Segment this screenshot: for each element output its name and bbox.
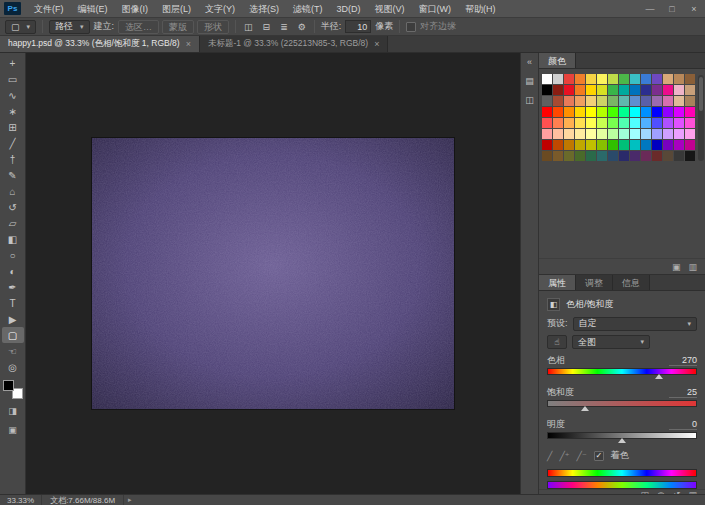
tab-color[interactable]: 颜色 — [539, 53, 576, 68]
make-button[interactable]: 形状 — [197, 20, 229, 34]
menu-item[interactable]: 滤镜(T) — [286, 0, 330, 17]
color-swatch[interactable] — [608, 118, 618, 128]
eyedropper-add-icon[interactable]: ╱⁺ — [559, 451, 569, 461]
color-swatch[interactable] — [564, 129, 574, 139]
color-swatch[interactable] — [685, 74, 695, 84]
rectangular-marquee-tool[interactable]: ▭ — [2, 71, 24, 87]
color-swatch[interactable] — [652, 151, 662, 161]
color-swatch[interactable] — [663, 151, 673, 161]
color-swatch[interactable] — [597, 140, 607, 150]
minimize-button[interactable]: — — [639, 0, 661, 18]
color-swatch[interactable] — [575, 129, 585, 139]
quick-selection-tool[interactable]: ∗ — [2, 103, 24, 119]
channel-dropdown[interactable]: 全图 ▾ — [572, 335, 650, 349]
color-swatch[interactable] — [663, 96, 673, 106]
saturation-value[interactable]: 25 — [669, 387, 697, 398]
color-swatch[interactable] — [630, 118, 640, 128]
close-button[interactable]: × — [683, 0, 705, 18]
foreground-color-chip[interactable] — [3, 380, 14, 391]
status-expand-icon[interactable]: ▸ — [124, 496, 136, 504]
restore-button[interactable]: □ — [661, 0, 683, 18]
color-swatch[interactable] — [619, 129, 629, 139]
color-swatch[interactable] — [542, 74, 552, 84]
zoom-tool[interactable]: ◎ — [2, 359, 24, 375]
color-swatch[interactable] — [586, 118, 596, 128]
tool-mode-dropdown[interactable]: 路径 ▾ — [49, 20, 90, 34]
color-swatch[interactable] — [630, 85, 640, 95]
color-swatch[interactable] — [685, 107, 695, 117]
color-swatch[interactable] — [619, 151, 629, 161]
color-swatch[interactable] — [542, 96, 552, 106]
color-swatch[interactable] — [542, 129, 552, 139]
menu-item[interactable]: 编辑(E) — [71, 0, 115, 17]
path-alignment-icon[interactable]: ⊟ — [261, 22, 273, 32]
color-swatch[interactable] — [564, 96, 574, 106]
menu-item[interactable]: 文件(F) — [27, 0, 71, 17]
color-swatch[interactable] — [564, 85, 574, 95]
targeted-adjustment-button[interactable]: ☝ — [547, 335, 567, 349]
canvas-pasteboard[interactable] — [26, 53, 520, 494]
color-swatch[interactable] — [575, 151, 585, 161]
color-swatch[interactable] — [674, 107, 684, 117]
color-swatch[interactable] — [630, 129, 640, 139]
history-brush-tool[interactable]: ↺ — [2, 199, 24, 215]
color-swatch[interactable] — [674, 85, 684, 95]
dodge-tool[interactable]: ◐ — [2, 263, 24, 279]
color-swatch[interactable] — [685, 140, 695, 150]
document-tab[interactable]: happy1.psd @ 33.3% (色相/饱和度 1, RGB/8) × — [0, 36, 200, 52]
lightness-slider-thumb[interactable] — [618, 438, 626, 443]
color-swatch[interactable] — [553, 85, 563, 95]
color-swatch[interactable] — [630, 96, 640, 106]
color-swatch[interactable] — [597, 107, 607, 117]
color-swatch[interactable] — [542, 107, 552, 117]
color-swatch[interactable] — [652, 129, 662, 139]
color-swatch[interactable] — [553, 74, 563, 84]
color-swatch[interactable] — [575, 140, 585, 150]
color-swatch[interactable] — [597, 74, 607, 84]
hue-slider-thumb[interactable] — [655, 374, 663, 379]
color-swatch[interactable] — [685, 129, 695, 139]
color-swatch[interactable] — [564, 140, 574, 150]
color-swatch[interactable] — [685, 151, 695, 161]
color-swatch[interactable] — [586, 96, 596, 106]
color-swatch[interactable] — [586, 140, 596, 150]
brush-tool[interactable]: ✎ — [2, 167, 24, 183]
color-swatch[interactable] — [685, 118, 695, 128]
make-button[interactable]: 选区… — [118, 20, 159, 34]
new-swatch-icon[interactable]: ▣ — [672, 262, 681, 272]
color-swatch[interactable] — [663, 140, 673, 150]
blur-tool[interactable]: ○ — [2, 247, 24, 263]
color-swatch[interactable] — [575, 96, 585, 106]
expand-dock-icon[interactable]: « — [527, 57, 532, 67]
tab-close-icon[interactable]: × — [374, 39, 379, 49]
color-swatch[interactable] — [652, 140, 662, 150]
scrollbar-thumb[interactable] — [699, 77, 703, 111]
crop-tool[interactable]: ⊞ — [2, 119, 24, 135]
zoom-level-field[interactable]: 33.33% — [0, 495, 42, 505]
preset-dropdown[interactable]: 自定 ▾ — [573, 317, 697, 331]
color-swatch[interactable] — [553, 96, 563, 106]
panel-tab[interactable]: 属性 — [539, 275, 576, 290]
align-edges-checkbox[interactable]: ✓ — [406, 22, 416, 32]
color-swatch[interactable] — [564, 151, 574, 161]
radius-input[interactable]: 10 — [345, 20, 371, 33]
color-swatch[interactable] — [674, 118, 684, 128]
move-tool[interactable]: + — [2, 55, 24, 71]
menu-item[interactable]: 3D(D) — [330, 0, 368, 17]
rounded-rectangle-shape-tool[interactable]: ▢ — [2, 327, 24, 343]
lasso-tool[interactable]: ∿ — [2, 87, 24, 103]
color-swatch[interactable] — [619, 85, 629, 95]
color-swatch[interactable] — [553, 129, 563, 139]
menu-item[interactable]: 选择(S) — [242, 0, 286, 17]
path-operations-icon[interactable]: ◫ — [242, 22, 255, 32]
color-swatch[interactable] — [553, 118, 563, 128]
color-swatch[interactable] — [685, 85, 695, 95]
panel-tab[interactable]: 调整 — [576, 275, 613, 290]
menu-item[interactable]: 帮助(H) — [458, 0, 503, 17]
lightness-value[interactable]: 0 — [669, 419, 697, 430]
color-swatch[interactable] — [575, 85, 585, 95]
collapsed-panel-icon-b[interactable]: ◫ — [525, 95, 534, 105]
color-swatch[interactable] — [542, 140, 552, 150]
color-swatch[interactable] — [641, 85, 651, 95]
menu-item[interactable]: 文字(Y) — [198, 0, 242, 17]
